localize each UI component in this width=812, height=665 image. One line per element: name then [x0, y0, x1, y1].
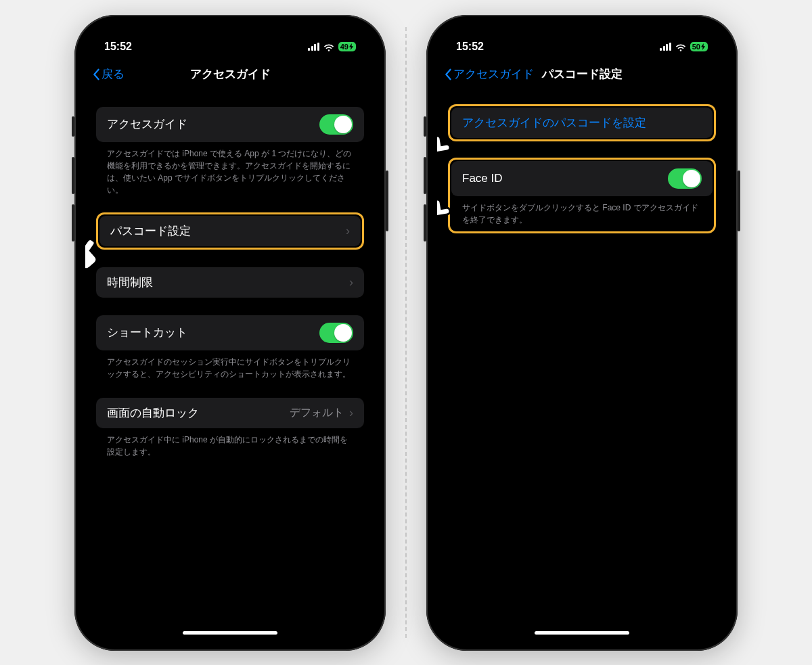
status-time: 15:52 [456, 41, 484, 53]
status-bar: 15:52 50 [437, 26, 727, 60]
page-title: アクセスガイド [190, 66, 271, 82]
row-label: アクセスガイドのパスコードを設定 [462, 115, 646, 131]
signal-icon [660, 43, 671, 51]
chevron-left-icon [92, 68, 100, 81]
vertical-divider [405, 27, 407, 638]
page-title: パスコード設定 [542, 66, 623, 82]
footer-text: アクセスガイドでは iPhone で使える App が 1 つだけになり、どの機… [96, 142, 364, 196]
toggle-switch[interactable] [319, 323, 353, 343]
row-shortcut-toggle[interactable]: ショートカット [96, 315, 364, 350]
row-label: 画面の自動ロック [107, 405, 199, 421]
row-time-limits[interactable]: 時間制限 › [96, 267, 364, 298]
row-label: ショートカット [107, 325, 187, 340]
home-indicator[interactable] [183, 631, 277, 635]
highlight-passcode: パスコード設定 › [96, 212, 364, 250]
back-label: 戻る [102, 66, 125, 82]
pointer-hand-icon [437, 196, 455, 230]
row-guided-access-toggle[interactable]: アクセスガイド [96, 107, 364, 142]
highlight-face-id: Face ID サイドボタンをダブルクリックすると Face ID でアクセスガ… [448, 158, 716, 233]
highlight-set-passcode: アクセスガイドのパスコードを設定 [448, 104, 716, 141]
row-face-id-toggle[interactable]: Face ID [451, 161, 713, 196]
status-time: 15:52 [104, 41, 132, 53]
toggle-switch[interactable] [668, 168, 702, 189]
phone-frame-right: 15:52 50 アクセスガイド パスコード設定 アクセスガイドのパスコードを設… [426, 15, 738, 651]
battery-icon: 49 [338, 42, 356, 51]
footer-text: サイドボタンをダブルクリックすると Face ID でアクセスガイドを終了できま… [451, 196, 713, 230]
footer-text: アクセスガイドのセッション実行中にサイドボタンをトリプルクリックすると、アクセシ… [96, 350, 364, 380]
phone-frame-left: 15:52 49 戻る アクセスガイド アクセスガイド [74, 15, 386, 651]
back-button[interactable]: アクセスガイド [444, 66, 534, 82]
nav-bar: 戻る アクセスガイド [85, 60, 375, 89]
row-label: Face ID [462, 172, 503, 185]
wifi-icon [323, 43, 334, 51]
back-button[interactable]: 戻る [92, 66, 125, 82]
nav-bar: アクセスガイド パスコード設定 [437, 60, 727, 89]
row-value: デフォルト [290, 406, 344, 420]
footer-text: アクセスガイド中に iPhone が自動的にロックされるまでの時間を設定します。 [96, 428, 364, 458]
toggle-switch[interactable] [319, 114, 353, 135]
pointer-hand-icon [437, 133, 455, 166]
chevron-right-icon: › [349, 275, 353, 290]
chevron-left-icon [444, 68, 452, 81]
battery-icon: 50 [690, 42, 708, 51]
pointer-hand-icon [85, 235, 107, 269]
back-label: アクセスガイド [453, 66, 534, 82]
row-label: 時間制限 [107, 275, 153, 290]
row-set-passcode[interactable]: アクセスガイドのパスコードを設定 [451, 108, 713, 138]
row-label: パスコード設定 [110, 223, 191, 239]
row-passcode-settings[interactable]: パスコード設定 › [99, 216, 361, 246]
row-auto-lock[interactable]: 画面の自動ロック デフォルト › [96, 398, 364, 428]
signal-icon [308, 43, 319, 51]
status-bar: 15:52 49 [85, 26, 375, 60]
row-label: アクセスガイド [107, 116, 187, 132]
home-indicator[interactable] [535, 631, 629, 635]
chevron-right-icon: › [346, 224, 350, 238]
wifi-icon [675, 43, 686, 51]
chevron-right-icon: › [349, 406, 353, 420]
